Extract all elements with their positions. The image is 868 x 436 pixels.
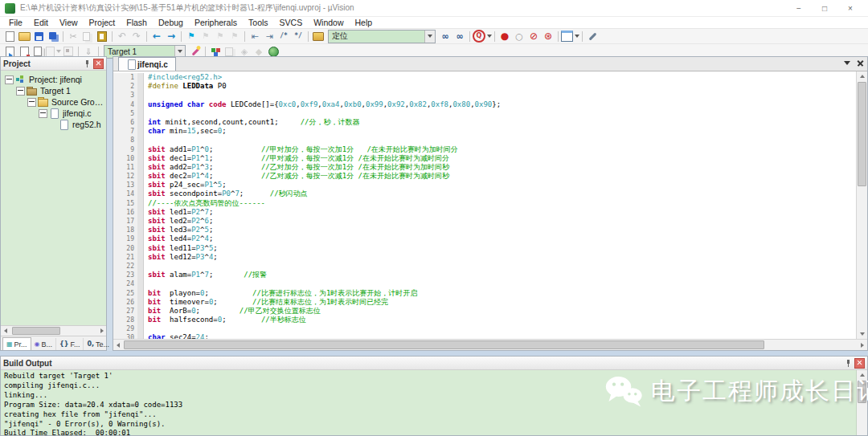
collapse-icon[interactable]: [27, 98, 36, 107]
project-tab[interactable]: ▦Pr...: [2, 337, 31, 350]
editor-vertical-scrollbar[interactable]: [856, 71, 867, 339]
close-panel-button[interactable]: [93, 59, 104, 69]
menu-project[interactable]: Project: [84, 17, 121, 28]
build-vertical-scrollbar[interactable]: [856, 370, 867, 435]
new-file-icon[interactable]: [2, 30, 17, 43]
editor-horizontal-scrollbar[interactable]: [113, 339, 867, 350]
collapse-icon[interactable]: [16, 87, 25, 96]
close-panel-button[interactable]: [854, 358, 865, 369]
tree-item-reg52-h[interactable]: reg52.h: [1, 119, 106, 130]
code-line[interactable]: 4unsigned char code LEDCode[]={0xc0,0xf9…: [113, 100, 857, 109]
menu-help[interactable]: Help: [350, 17, 379, 28]
code-line[interactable]: 21sbit led12=P3^4;: [113, 253, 857, 262]
disable-all-breakpoints-icon[interactable]: ⊘: [526, 30, 541, 43]
code-line[interactable]: 6int minit,second,count,count1; //分，秒，计数…: [113, 118, 857, 127]
code-line[interactable]: 12sbit dec2=P1^4; //乙对减分，每按一次减1分 /在未开始比赛…: [113, 172, 857, 181]
collapse-icon[interactable]: [39, 109, 47, 118]
code-line[interactable]: 8: [113, 136, 857, 145]
functions-tab[interactable]: {}F...: [56, 338, 84, 350]
project-horizontal-scrollbar[interactable]: [1, 325, 106, 336]
code-line[interactable]: 7char min=15,sec=0;: [113, 127, 857, 136]
open-file-icon[interactable]: [17, 30, 31, 43]
code-line[interactable]: 22: [113, 262, 857, 271]
kill-all-breakpoints-icon[interactable]: ⊛: [541, 30, 555, 43]
scroll-left-button[interactable]: [1, 326, 10, 336]
code-line[interactable]: 1#include<reg52.h>: [113, 73, 857, 82]
code-line[interactable]: 27bit AorB=0; //甲乙对交换位置标志位: [113, 307, 857, 316]
code-line[interactable]: 15//----依次点亮数码管的位------: [113, 199, 857, 208]
debug-windows-icon[interactable]: [561, 30, 579, 43]
tree-item-source-group-1[interactable]: Source Group 1: [1, 96, 106, 108]
save-all-icon[interactable]: [46, 30, 60, 43]
scroll-thumb[interactable]: [858, 381, 866, 403]
code-line[interactable]: 25bit playon=0; //比赛进行标志位，为1时表示比赛开始，计时开启: [113, 289, 857, 298]
scroll-down-button[interactable]: [857, 329, 867, 339]
code-line[interactable]: 10sbit dec1=P1^1; //甲对减分，每按一次减1分 /在未开始比赛…: [113, 154, 857, 163]
uncomment-icon[interactable]: */: [291, 30, 305, 43]
find-next-icon[interactable]: ∞: [438, 30, 452, 43]
menu-svcs[interactable]: SVCS: [274, 17, 309, 28]
code-line[interactable]: 18sbit led3=P2^5;: [113, 226, 857, 234]
menu-debug[interactable]: Debug: [153, 17, 189, 28]
scroll-right-button[interactable]: [858, 340, 867, 350]
menu-edit[interactable]: Edit: [28, 17, 54, 28]
tree-item-project-jifenqi[interactable]: Project: jifenqi: [1, 74, 106, 85]
code-line[interactable]: 19sbit led4=P2^4;: [113, 234, 857, 243]
chevron-down-icon[interactable]: [575, 35, 579, 38]
nav-back-icon[interactable]: ←: [149, 30, 164, 43]
code-line[interactable]: 5: [113, 109, 857, 118]
pin-icon[interactable]: [845, 360, 852, 367]
save-icon[interactable]: [31, 30, 46, 43]
scroll-right-button[interactable]: [97, 326, 106, 336]
scroll-thumb[interactable]: [12, 327, 60, 335]
code-line[interactable]: 16sbit led1=P2^7;: [113, 208, 857, 217]
code-line[interactable]: 23sbit alam=P1^7; //报警: [113, 271, 857, 279]
code-line[interactable]: 11sbit add2=P1^3; //乙对加分，每按一次加1分 /在未开始比赛…: [113, 163, 857, 172]
indent-right-icon[interactable]: ⇥: [262, 30, 276, 43]
menu-tools[interactable]: Tools: [243, 17, 274, 28]
menu-flash[interactable]: Flash: [121, 17, 153, 28]
scroll-up-button[interactable]: [857, 370, 867, 380]
paste-icon[interactable]: [95, 30, 109, 43]
collapse-icon[interactable]: [5, 75, 14, 84]
comment-icon[interactable]: /*: [276, 30, 291, 43]
code-line[interactable]: 26bit timeover=0; //比赛结束标志位，为1时表示时间已经完: [113, 298, 857, 307]
editor-tab-jifenqi-c[interactable]: jifenqi.c: [118, 57, 176, 71]
maximize-button[interactable]: □: [812, 0, 837, 16]
code-line[interactable]: 9sbit add1=P1^0; //甲对加分，每按一次加1分 /在未开始比赛时…: [113, 145, 857, 154]
vertical-splitter[interactable]: [107, 56, 113, 351]
menu-window[interactable]: Window: [308, 17, 349, 28]
toggle-breakpoint-icon[interactable]: ○: [512, 30, 526, 43]
scroll-up-button[interactable]: [857, 71, 867, 81]
scroll-thumb[interactable]: [858, 82, 866, 186]
indent-left-icon[interactable]: ⇤: [248, 30, 262, 43]
scroll-left-button[interactable]: [113, 340, 123, 350]
tree-item-target-1[interactable]: Target 1: [1, 85, 106, 96]
code-line[interactable]: 28bit halfsecond=0; //半秒标志位: [113, 316, 857, 324]
insert-breakpoint-icon[interactable]: ●: [497, 30, 512, 43]
chevron-down-icon[interactable]: [424, 31, 435, 43]
close-document-icon[interactable]: [857, 59, 864, 67]
code-line[interactable]: 13sbit p24_sec=P1^5;: [113, 181, 857, 189]
pin-icon[interactable]: [84, 60, 91, 67]
incremental-find-icon[interactable]: ∞: [452, 30, 467, 43]
code-area[interactable]: 1#include<reg52.h>2#define LEDData P034u…: [113, 71, 857, 339]
code-line[interactable]: 17sbit led2=P2^6;: [113, 217, 857, 226]
configure-icon[interactable]: [585, 30, 600, 43]
code-line[interactable]: 24: [113, 279, 857, 288]
search-icon[interactable]: Q: [473, 30, 492, 43]
nav-forward-icon[interactable]: →: [164, 30, 178, 43]
code-line[interactable]: 20sbit led11=P3^5;: [113, 244, 857, 253]
close-button[interactable]: ×: [837, 0, 863, 16]
locate-combo[interactable]: 定位: [328, 30, 436, 43]
menu-view[interactable]: View: [54, 17, 84, 28]
bookmark-toggle-icon[interactable]: ⚑: [184, 30, 199, 43]
code-line[interactable]: 3: [113, 91, 857, 100]
code-line[interactable]: 2#define LEDData P0: [113, 82, 857, 91]
scroll-thumb[interactable]: [124, 340, 764, 349]
minimize-button[interactable]: −: [786, 0, 812, 16]
chevron-down-icon[interactable]: [487, 35, 492, 38]
menu-peripherals[interactable]: Peripherals: [189, 17, 243, 28]
find-in-files-icon[interactable]: [311, 30, 326, 43]
menu-file[interactable]: File: [3, 17, 28, 28]
